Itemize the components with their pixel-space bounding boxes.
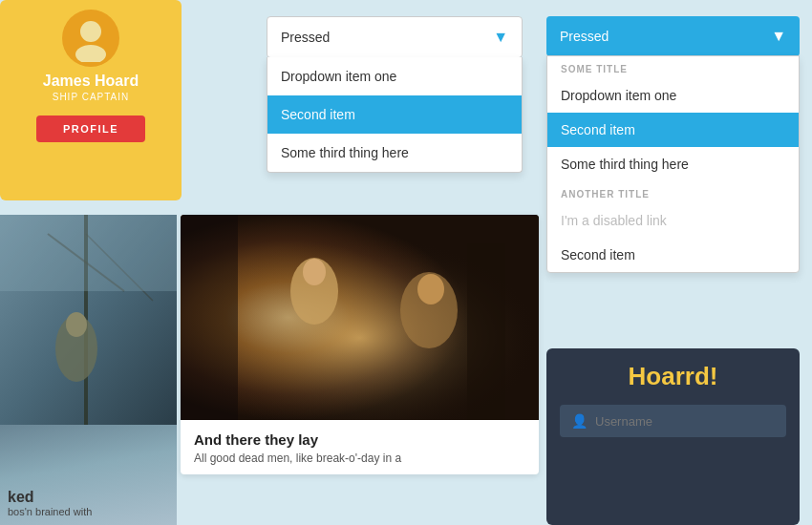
left-painting-card <box>0 215 177 425</box>
svg-point-1 <box>75 45 106 62</box>
svg-point-0 <box>80 21 101 42</box>
card-caption: And there they lay All good dead men, li… <box>181 420 539 474</box>
profile-name: James Hoard <box>43 73 139 90</box>
adv-item-disabled: I'm a disabled link <box>547 203 799 238</box>
section-title-1: SOME TITLE <box>547 56 799 78</box>
dropdown-simple-item-2[interactable]: Second item <box>267 95 522 134</box>
svg-point-15 <box>66 312 87 337</box>
svg-rect-9 <box>181 215 238 420</box>
dropdown-simple-menu: Dropdown item one Second item Some third… <box>267 57 523 173</box>
svg-point-7 <box>417 274 444 304</box>
adv-item-1[interactable]: Dropdown item one <box>547 78 799 113</box>
login-title: Hoarrd! <box>629 362 718 391</box>
svg-rect-8 <box>467 243 505 420</box>
svg-rect-16 <box>0 215 177 291</box>
painting-svg <box>181 215 539 420</box>
left-card-body: bos'n brained with <box>8 506 169 517</box>
image-card-2: And there they lay All good dead men, li… <box>181 215 539 474</box>
profile-title: SHIP CAPTAIN <box>53 92 130 102</box>
username-input[interactable] <box>595 414 775 429</box>
profile-card: James Hoard SHIP CAPTAIN PROFILE <box>0 0 182 200</box>
card-2-title: And there they lay <box>194 431 525 448</box>
dropdown-simple-item-3[interactable]: Some third thing here <box>267 134 522 172</box>
avatar <box>62 10 119 67</box>
dropdown-simple: Pressed ▼ Dropdown item one Second item … <box>267 16 523 58</box>
dropdown-simple-trigger[interactable]: Pressed ▼ <box>267 16 523 58</box>
left-card-title: ked <box>8 489 169 506</box>
painting-image <box>181 215 539 420</box>
login-box: Hoarrd! 👤 <box>546 348 800 525</box>
dropdown-simple-item-1[interactable]: Dropdown item one <box>267 57 522 95</box>
adv-item-3[interactable]: Some third thing here <box>547 147 799 181</box>
dropdown-advanced: Pressed ▼ SOME TITLE Dropdown item one S… <box>546 16 800 56</box>
profile-button[interactable]: PROFILE <box>36 116 145 142</box>
svg-point-5 <box>303 259 326 285</box>
dropdown-advanced-menu: SOME TITLE Dropdown item one Second item… <box>546 55 800 273</box>
dropdown-advanced-trigger[interactable]: Pressed ▼ <box>546 16 800 56</box>
left-painting-svg <box>0 215 177 425</box>
card-2-body: All good dead men, like break-o'-day in … <box>194 452 525 465</box>
adv-item-5[interactable]: Second item <box>547 238 799 272</box>
chevron-down-icon: ▼ <box>493 29 508 46</box>
chevron-down-icon-2: ▼ <box>771 28 786 45</box>
avatar-icon <box>67 14 115 62</box>
user-icon: 👤 <box>571 413 588 429</box>
section-title-2: ANOTHER TITLE <box>547 181 799 203</box>
dropdown-simple-value: Pressed <box>281 30 330 45</box>
username-input-wrap[interactable]: 👤 <box>560 405 786 437</box>
dropdown-advanced-value: Pressed <box>560 29 609 44</box>
adv-item-2[interactable]: Second item <box>547 113 799 147</box>
